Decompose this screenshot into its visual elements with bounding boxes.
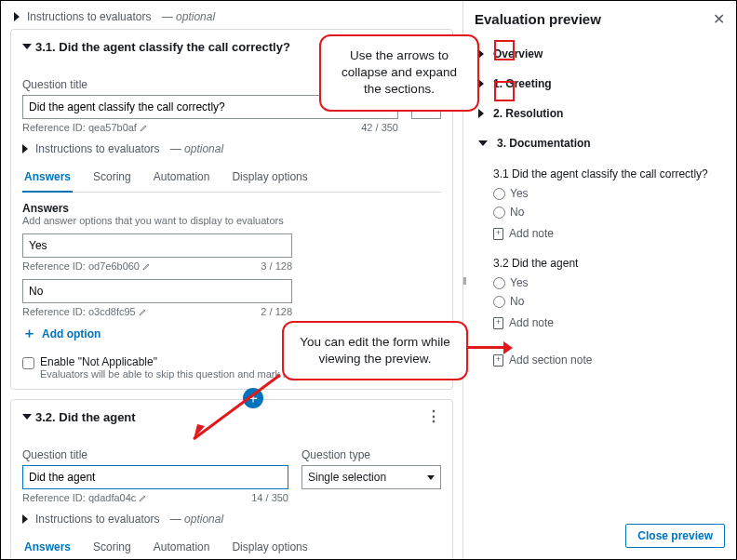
- question-title-label: Question title: [22, 448, 288, 461]
- char-count: 14 / 350: [251, 492, 288, 503]
- reference-id: Reference ID: qdadfa04c: [22, 492, 147, 503]
- instructions-label: Instructions to evaluators: [35, 513, 159, 526]
- tab-display-options[interactable]: Display options: [230, 535, 309, 559]
- preview-title: Evaluation preview: [475, 11, 601, 27]
- tab-display-options[interactable]: Display options: [230, 165, 309, 192]
- pencil-icon[interactable]: [139, 494, 147, 502]
- question-title-input[interactable]: [22, 465, 288, 489]
- section-documentation[interactable]: 3. Documentation: [475, 128, 725, 158]
- app-frame: Instructions to evaluators — optional 3.…: [0, 0, 737, 560]
- annotation-highlight-greeting-arrow: [494, 81, 515, 101]
- answers-title: Answers: [22, 202, 441, 215]
- question-header-title: 3.1. Did the agent classify the call cor…: [35, 40, 290, 54]
- instructions-toggle-top[interactable]: Instructions to evaluators — optional: [10, 8, 453, 29]
- pencil-icon[interactable]: [139, 308, 147, 316]
- svg-line-0: [194, 375, 280, 439]
- add-note-q2[interactable]: Add note: [475, 311, 725, 335]
- tab-scoring[interactable]: Scoring: [91, 165, 133, 192]
- answer-input-1[interactable]: [22, 233, 292, 258]
- chevron-right-icon: [22, 514, 28, 524]
- close-icon[interactable]: ✕: [713, 10, 725, 28]
- chevron-down-icon: [22, 44, 32, 49]
- annotation-callout-top: Use the arrows to collapse and expand th…: [319, 34, 479, 112]
- add-note-q1[interactable]: Add note: [475, 221, 725, 246]
- preview-q2-title: 3.2 Did the agent: [475, 253, 725, 273]
- section-resolution[interactable]: 2. Resolution: [475, 99, 725, 128]
- reference-id: Reference ID: o3cd8fc95: [22, 306, 147, 317]
- note-icon: [493, 228, 503, 240]
- add-option-button[interactable]: ＋Add option: [22, 325, 100, 342]
- tab-answers[interactable]: Answers: [22, 165, 73, 193]
- tab-scoring[interactable]: Scoring: [91, 535, 133, 559]
- preview-q1-opt-no[interactable]: No: [475, 203, 725, 221]
- question-tabs: Answers Scoring Automation Display optio…: [22, 535, 441, 559]
- tab-automation[interactable]: Automation: [152, 165, 212, 192]
- instructions-toggle[interactable]: Instructions to evaluators — optional: [22, 142, 441, 155]
- tab-automation[interactable]: Automation: [152, 535, 212, 559]
- note-icon: [493, 317, 503, 329]
- pencil-icon[interactable]: [142, 262, 151, 271]
- chevron-down-icon: [22, 414, 32, 420]
- answers-subtitle: Add answer options that you want to disp…: [22, 215, 441, 226]
- pencil-icon[interactable]: [140, 124, 148, 132]
- instructions-toggle[interactable]: Instructions to evaluators — optional: [22, 513, 441, 526]
- note-icon: [493, 354, 503, 367]
- preview-q1-opt-yes[interactable]: Yes: [475, 184, 725, 203]
- annotation-arrow-left: [182, 372, 283, 445]
- preview-q2-opt-no[interactable]: No: [475, 292, 725, 311]
- close-preview-button[interactable]: Close preview: [625, 524, 725, 548]
- instructions-label: Instructions to evaluators: [27, 10, 151, 23]
- chevron-right-icon: [22, 144, 28, 153]
- preview-q2-opt-yes[interactable]: Yes: [475, 273, 725, 292]
- enable-na-checkbox[interactable]: [22, 357, 34, 369]
- optional-hint: — optional: [170, 513, 223, 526]
- optional-hint: — optional: [170, 142, 223, 155]
- chevron-right-icon: [14, 12, 20, 21]
- pane-resize-handle[interactable]: ll: [461, 271, 468, 291]
- char-count: 42 / 350: [361, 122, 398, 133]
- question-type-select[interactable]: Single selection: [302, 465, 441, 489]
- question-menu-icon[interactable]: ⋮: [426, 409, 441, 424]
- instructions-label: Instructions to evaluators: [35, 142, 159, 155]
- optional-hint: — optional: [162, 10, 215, 23]
- chevron-down-icon: [478, 140, 488, 146]
- chevron-right-icon: [478, 109, 484, 118]
- char-count: 2 / 128: [261, 306, 292, 317]
- reference-id: Reference ID: qea57b0af: [22, 122, 148, 133]
- annotation-highlight-overview-arrow: [494, 40, 515, 60]
- caret-down-icon: [427, 475, 435, 480]
- question-tabs: Answers Scoring Automation Display optio…: [22, 165, 441, 193]
- char-count: 3 / 128: [261, 260, 292, 272]
- answer-input-2[interactable]: [22, 279, 292, 303]
- annotation-arrow-right: [468, 346, 505, 349]
- question-header-title: 3.2. Did the agent: [35, 410, 136, 424]
- reference-id: Reference ID: od7e6b060: [22, 260, 151, 272]
- question-type-label: Question type: [302, 448, 441, 461]
- annotation-callout-bottom: You can edit the form while viewing the …: [282, 321, 468, 380]
- preview-q1-title: 3.1 Did the agent classify the call corr…: [475, 164, 725, 184]
- tab-answers[interactable]: Answers: [22, 535, 73, 559]
